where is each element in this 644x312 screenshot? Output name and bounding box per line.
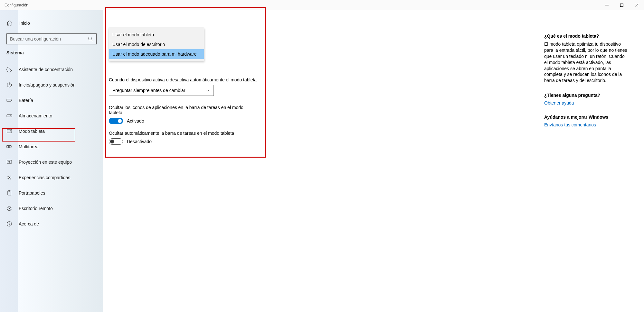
shared-icon (6, 175, 12, 180)
search-input[interactable] (10, 36, 88, 41)
multitask-icon (6, 144, 12, 150)
dropdown-option[interactable]: Usar el modo de escritorio (109, 40, 204, 49)
sidebar-item-label: Escritorio remoto (19, 206, 53, 211)
project-icon (6, 159, 12, 165)
storage-icon (6, 113, 12, 119)
toggle-state-text: Desactivado (127, 139, 152, 144)
titlebar: Configuración (0, 0, 644, 10)
sidebar-item-projecting[interactable]: Proyección en este equipo (0, 154, 103, 170)
sidebar-item-power-sleep[interactable]: Inicio/apagado y suspensión (0, 77, 103, 93)
svg-rect-0 (620, 4, 623, 7)
toggle-hide-taskbar[interactable] (109, 138, 123, 145)
sidebar-item-label: Modo tableta (19, 129, 45, 134)
help-improve-title: Ayúdanos a mejorar Windows (544, 115, 628, 120)
sidebar-item-label: Almacenamiento (19, 113, 52, 118)
sidebar-item-label: Batería (19, 98, 33, 103)
sidebar-item-battery[interactable]: Batería (0, 93, 103, 108)
toggle-hide-icons[interactable] (109, 118, 123, 124)
search-wrap (0, 30, 103, 47)
svg-point-1 (89, 37, 92, 40)
remote-icon (6, 206, 12, 211)
window-controls (600, 0, 644, 10)
search-box[interactable] (6, 33, 97, 44)
sidebar-item-multitasking[interactable]: Multitarea (0, 139, 103, 154)
chevron-down-icon (205, 88, 210, 93)
content-area: Modo tableta Usar el modo tableta Usar e… (103, 10, 644, 312)
clipboard-icon (6, 190, 12, 196)
sidebar-item-storage[interactable]: Almacenamiento (0, 108, 103, 124)
settings-window: Configuración Inicio (0, 0, 644, 312)
power-icon (6, 82, 12, 88)
minimize-button[interactable] (600, 0, 614, 10)
dropdown-option[interactable]: Usar el modo tableta (109, 30, 204, 40)
sidebar-item-label: Proyección en este equipo (19, 160, 72, 165)
section-label: Sistema (0, 47, 103, 60)
svg-point-12 (8, 178, 9, 179)
sidebar-item-tablet-mode[interactable]: Modo tableta (0, 124, 103, 139)
svg-rect-2 (7, 99, 11, 102)
help-column: ¿Qué es el modo tableta? El modo tableta… (544, 18, 628, 312)
setting-label-auto-switch: Cuando el dispositivo activa o desactiva… (109, 77, 257, 82)
help-question-title: ¿Tienes alguna pregunta? (544, 93, 628, 98)
moon-icon (6, 67, 12, 72)
feedback-link[interactable]: Envíanos tus comentarios (544, 122, 628, 127)
svg-point-5 (11, 115, 11, 116)
sidebar-item-label: Inicio/apagado y suspensión (19, 82, 76, 87)
setting-label-hide-taskbar: Ocultar automáticamente la barra de tare… (109, 131, 257, 136)
home-icon (6, 20, 12, 26)
home-label: Inicio (19, 21, 30, 26)
sidebar-item-label: Experiencias compartidas (19, 175, 70, 180)
sidebar-item-clipboard[interactable]: Portapapeles (0, 185, 103, 201)
sidebar-item-label: Asistente de concentración (19, 67, 73, 72)
nav-list: Asistente de concentración Inicio/apagad… (0, 60, 103, 232)
get-help-link[interactable]: Obtener ayuda (544, 100, 628, 106)
sidebar-item-focus-assist[interactable]: Asistente de concentración (0, 62, 103, 77)
client-area: Inicio Sistema Asistente de concentració… (0, 10, 644, 312)
maximize-icon (620, 4, 623, 7)
sidebar: Inicio Sistema Asistente de concentració… (0, 10, 103, 312)
sidebar-item-shared-experiences[interactable]: Experiencias compartidas (0, 170, 103, 185)
sidebar-item-about[interactable]: Acerca de (0, 216, 103, 232)
auto-switch-combo[interactable]: Preguntar siempre antes de cambiar (109, 85, 214, 96)
tablet-icon (6, 128, 12, 134)
svg-point-11 (10, 176, 11, 177)
svg-rect-7 (7, 146, 9, 148)
svg-rect-3 (11, 100, 12, 101)
home-nav[interactable]: Inicio (0, 17, 103, 30)
help-what-title: ¿Qué es el modo tableta? (544, 33, 628, 39)
sidebar-item-label: Acerca de (19, 221, 39, 226)
svg-point-10 (8, 176, 9, 177)
help-what-body: El modo tableta optimiza tu dispositivo … (544, 41, 628, 84)
toggle-state-text: Activado (127, 118, 144, 124)
dropdown-option[interactable]: Usar el modo adecuado para mi hardware (109, 49, 204, 59)
info-icon (6, 221, 12, 227)
search-icon (88, 36, 93, 41)
setting-label-hide-icons: Ocultar los iconos de aplicaciones en la… (109, 105, 257, 115)
sidebar-item-remote-desktop[interactable]: Escritorio remoto (0, 201, 103, 216)
svg-point-13 (10, 178, 11, 179)
sidebar-item-label: Portapapeles (19, 190, 45, 196)
close-button[interactable] (629, 0, 644, 10)
close-icon (635, 4, 638, 7)
maximize-button[interactable] (614, 0, 629, 10)
main-column: Modo tableta Usar el modo tableta Usar e… (109, 18, 267, 312)
window-title: Configuración (5, 3, 28, 7)
battery-icon (6, 97, 12, 103)
minimize-icon (605, 4, 609, 7)
sidebar-item-label: Multitarea (19, 144, 38, 149)
signin-mode-dropdown-list: Usar el modo tableta Usar el modo de esc… (109, 28, 204, 61)
combo-value: Preguntar siempre antes de cambiar (112, 88, 185, 93)
svg-rect-8 (9, 146, 11, 148)
